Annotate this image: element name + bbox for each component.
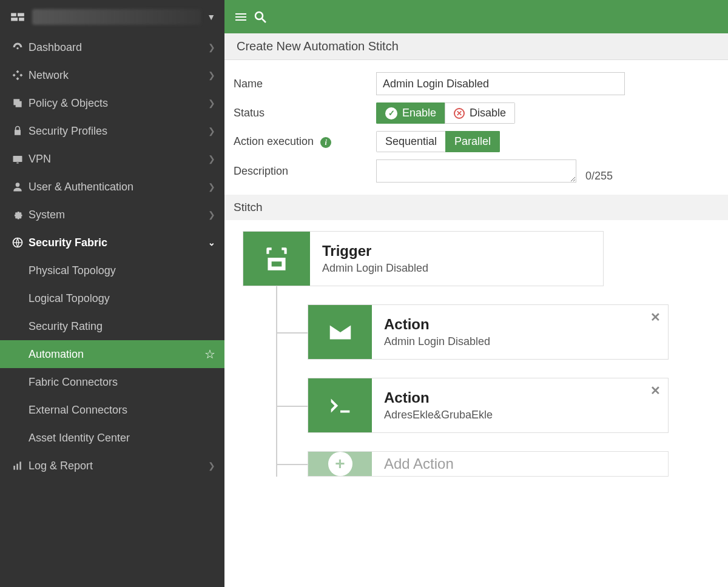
- action-title: Action: [384, 316, 656, 333]
- nav-label: Network: [29, 69, 208, 82]
- chevron-right-icon: ❯: [208, 126, 215, 136]
- sub-external-connectors[interactable]: External Connectors: [0, 396, 224, 424]
- description-input[interactable]: [376, 159, 576, 183]
- nav-security-profiles[interactable]: Security Profiles ❯: [0, 117, 224, 145]
- chevron-right-icon: ❯: [208, 42, 215, 52]
- action-sub: Admin Login Disabled: [384, 335, 656, 348]
- remove-action-icon[interactable]: ✕: [650, 310, 661, 324]
- sub-label: External Connectors: [29, 404, 215, 417]
- nav-log-report[interactable]: Log & Report ❯: [0, 452, 224, 480]
- content: Name Status ✓ Enable ✕ Disable Action ex…: [224, 60, 728, 587]
- sidebar: ▼ Dashboard ❯ Network ❯ Policy & Objects…: [0, 0, 224, 587]
- sub-fabric-connectors[interactable]: Fabric Connectors: [0, 368, 224, 396]
- topbar: [224, 0, 728, 33]
- gear-icon: [9, 209, 26, 221]
- sub-logical-topology[interactable]: Logical Topology: [0, 284, 224, 312]
- svg-point-7: [16, 183, 20, 187]
- dashboard-icon: [9, 41, 26, 53]
- chevron-right-icon: ❯: [208, 98, 215, 108]
- name-input[interactable]: [376, 72, 625, 95]
- header-dropdown-caret-icon[interactable]: ▼: [207, 12, 215, 22]
- nav-user-auth[interactable]: User & Authentication ❯: [0, 173, 224, 201]
- sub-security-rating[interactable]: Security Rating: [0, 312, 224, 340]
- user-icon: [9, 181, 26, 193]
- status-label: Status: [234, 107, 376, 119]
- actions-tree: Action Admin Login Disabled ✕ Action A: [276, 286, 719, 477]
- trigger-card[interactable]: Trigger Admin Login Disabled: [243, 231, 604, 286]
- segment-label: Parallel: [454, 135, 491, 148]
- exec-parallel-button[interactable]: Parallel: [445, 131, 500, 152]
- status-enable-button[interactable]: ✓ Enable: [376, 102, 445, 124]
- nav-security-fabric[interactable]: Security Fabric ⌄: [0, 229, 224, 257]
- cli-icon: [308, 378, 372, 432]
- chart-bar-icon: [9, 460, 26, 472]
- info-icon[interactable]: i: [320, 137, 331, 148]
- page-title: Create New Automation Stitch: [224, 33, 728, 60]
- nav-system[interactable]: System ❯: [0, 201, 224, 229]
- action-body: Action Admin Login Disabled: [372, 305, 668, 359]
- svg-line-13: [262, 19, 266, 22]
- nav-label: User & Authentication: [29, 181, 208, 193]
- status-disable-button[interactable]: ✕ Disable: [445, 102, 515, 124]
- action-card-email[interactable]: Action Admin Login Disabled ✕: [308, 304, 669, 360]
- row-description: Description 0/255: [234, 159, 719, 183]
- trigger-body: Trigger Admin Login Disabled: [310, 232, 603, 286]
- check-circle-icon: ✓: [385, 107, 397, 119]
- nav-label: Log & Report: [29, 460, 208, 472]
- sub-asset-identity-center[interactable]: Asset Identity Center: [0, 424, 224, 452]
- sidebar-header: ▼: [0, 0, 224, 33]
- svg-point-12: [255, 12, 263, 19]
- svg-rect-6: [16, 163, 18, 164]
- svg-rect-0: [11, 13, 16, 16]
- action-card-cli[interactable]: Action AdresEkle&GrubaEkle ✕: [308, 378, 669, 433]
- chevron-right-icon: ❯: [208, 70, 215, 80]
- chevron-right-icon: ❯: [208, 210, 215, 220]
- nav-dashboard[interactable]: Dashboard ❯: [0, 33, 224, 61]
- svg-rect-9: [13, 466, 15, 470]
- fabric-icon: [9, 236, 26, 249]
- sub-label: Asset Identity Center: [29, 432, 215, 444]
- nav-network[interactable]: Network ❯: [0, 61, 224, 89]
- cross-circle-icon: ✕: [454, 108, 465, 119]
- nav-vpn[interactable]: VPN ❯: [0, 145, 224, 173]
- segment-label: Sequential: [385, 135, 437, 148]
- name-label: Name: [234, 78, 376, 90]
- mail-icon: [308, 305, 372, 359]
- favorite-star-icon[interactable]: ☆: [204, 347, 215, 361]
- remove-action-icon[interactable]: ✕: [650, 383, 661, 398]
- tree-row: Action Admin Login Disabled ✕: [277, 286, 719, 360]
- description-label: Description: [234, 165, 376, 178]
- exec-sequential-button[interactable]: Sequential: [376, 131, 446, 152]
- vpn-icon: [9, 153, 26, 165]
- nav-policy-objects[interactable]: Policy & Objects ❯: [0, 89, 224, 117]
- sub-label: Logical Topology: [29, 292, 215, 305]
- chevron-down-icon: ⌄: [208, 238, 215, 247]
- exec-toggle: Sequential Parallel: [376, 131, 500, 152]
- stitch-builder: Trigger Admin Login Disabled Action Admi…: [234, 220, 719, 477]
- tree-row: + Add Action: [277, 433, 719, 477]
- main-panel: Create New Automation Stitch Name Status…: [224, 0, 728, 587]
- sub-physical-topology[interactable]: Physical Topology: [0, 257, 224, 284]
- status-toggle: ✓ Enable ✕ Disable: [376, 102, 515, 124]
- svg-rect-11: [19, 461, 21, 469]
- sub-label: Automation: [29, 348, 204, 361]
- row-status: Status ✓ Enable ✕ Disable: [234, 102, 719, 124]
- lock-icon: [9, 125, 26, 137]
- search-icon[interactable]: [253, 10, 272, 24]
- policy-icon: [9, 97, 26, 109]
- add-action-button[interactable]: + Add Action: [308, 451, 669, 477]
- description-counter: 0/255: [585, 170, 613, 183]
- tree-row: Action AdresEkle&GrubaEkle ✕: [277, 360, 719, 433]
- hamburger-menu-icon[interactable]: [234, 10, 253, 24]
- exec-label: Action execution i: [234, 135, 376, 149]
- add-action-label: Add Action: [372, 452, 668, 476]
- action-body: Action AdresEkle&GrubaEkle: [372, 378, 668, 432]
- svg-point-4: [16, 47, 18, 49]
- exec-label-text: Action execution: [234, 135, 314, 147]
- svg-rect-10: [16, 464, 18, 470]
- nav-label: Policy & Objects: [29, 97, 208, 110]
- sub-automation[interactable]: Automation ☆: [0, 340, 224, 368]
- chevron-right-icon: ❯: [208, 461, 215, 471]
- trigger-sub: Admin Login Disabled: [322, 262, 591, 275]
- svg-rect-3: [19, 18, 24, 21]
